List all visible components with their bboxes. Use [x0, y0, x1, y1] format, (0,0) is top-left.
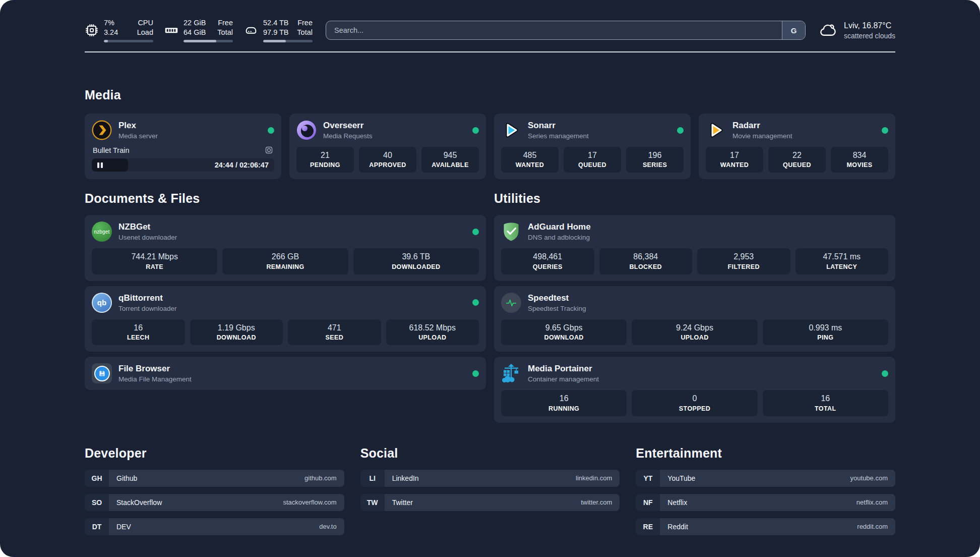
stat-tile: 618.52 MbpsUPLOAD: [386, 319, 479, 345]
bookmark-url: reddit.com: [857, 523, 888, 530]
cpu-stat: 7% 3.24 CPU Load: [85, 18, 153, 42]
cpu-labels: CPU Load: [137, 18, 153, 37]
storage-values: 52.4 TB 97.9 TB: [263, 18, 289, 37]
weather-widget: Lviv, 16.87°C scattered clouds: [819, 21, 895, 40]
app-title: Speedtest: [528, 293, 888, 303]
radarr-card[interactable]: Radarr Movie management 17WANTED 22QUEUE…: [699, 114, 895, 179]
status-dot: [677, 127, 684, 134]
radarr-icon: [706, 120, 726, 140]
status-dot: [472, 229, 479, 235]
storage-progress-bar: [263, 40, 313, 42]
bookmark-name: Github: [116, 474, 137, 482]
app-title: File Browser: [118, 364, 466, 374]
section-documents-files: Documents & Files nzbget NZBGet Usenet d…: [85, 191, 486, 390]
bookmark-name: StackOverflow: [116, 498, 162, 507]
stat-tile: 196SERIES: [626, 147, 684, 173]
search-engine-button[interactable]: G: [782, 21, 805, 39]
app-title: Radarr: [732, 121, 875, 131]
bookmark-youtube[interactable]: YT YouTubeyoutube.com: [636, 470, 895, 487]
stat-tile: 485WANTED: [501, 147, 559, 173]
section-title-entertainment: Entertainment: [636, 446, 895, 461]
stat-tile: 40APPROVED: [359, 147, 416, 173]
storage-stat: 52.4 TB 97.9 TB Free Total: [244, 18, 313, 42]
plex-icon: [92, 120, 112, 140]
bookmark-name: Netflix: [667, 498, 687, 507]
stat-tile: 47.571 msLATENCY: [795, 248, 889, 274]
stat-tile: 21PENDING: [296, 147, 354, 173]
ram-icon: [164, 23, 178, 37]
bookmark-url: dev.to: [319, 523, 336, 530]
overseerr-card[interactable]: Overseerr Media Requests 21PENDING 40APP…: [289, 114, 486, 179]
nzbget-icon: nzbget: [92, 221, 112, 242]
bookmark-abbr: YT: [636, 470, 660, 487]
bookmark-url: netflix.com: [856, 498, 888, 506]
app-subtitle: Speedtest Tracking: [528, 305, 888, 312]
stat-tile: 16TOTAL: [763, 390, 888, 416]
app-subtitle: DNS and adblocking: [528, 234, 888, 241]
app-title: qBittorrent: [118, 293, 466, 303]
bookmark-netflix[interactable]: NF Netflixnetflix.com: [636, 494, 895, 511]
bookmark-abbr: TW: [360, 494, 385, 511]
memory-labels: Free Total: [217, 18, 233, 37]
bookmark-twitter[interactable]: TW Twittertwitter.com: [360, 494, 620, 511]
pause-icon: [97, 162, 103, 168]
adguard-card[interactable]: AdGuard Home DNS and adblocking 498,461Q…: [494, 215, 895, 281]
status-dot: [268, 127, 274, 134]
overseerr-icon: [296, 120, 317, 140]
app-title: Overseerr: [323, 121, 466, 131]
filebrowser-card[interactable]: File Browser Media File Management: [85, 357, 486, 390]
bookmark-stackoverflow[interactable]: SO StackOverflowstackoverflow.com: [85, 494, 344, 511]
app-subtitle: Container management: [528, 375, 875, 383]
stat-tile: 9.65 GbpsDOWNLOAD: [501, 319, 627, 345]
plex-now-playing: Bullet Train 24:44 / 02:06:47: [92, 146, 274, 172]
camera-icon: [265, 146, 273, 154]
speedtest-icon: [501, 293, 521, 313]
status-dot: [882, 127, 888, 134]
stat-tile: 744.21 MbpsRATE: [92, 248, 217, 274]
section-title-utilities: Utilities: [494, 191, 895, 206]
sonarr-card[interactable]: Sonarr Series management 485WANTED 17QUE…: [494, 114, 691, 179]
dashboard: 7% 3.24 CPU Load: [0, 0, 980, 557]
stat-tile: 17QUEUED: [564, 147, 621, 173]
adguard-icon: [501, 221, 521, 242]
nzbget-card[interactable]: nzbget NZBGet Usenet downloader 744.21 M…: [85, 215, 486, 281]
bookmark-dev[interactable]: DT DEVdev.to: [85, 518, 344, 535]
portainer-card[interactable]: Media Portainer Container management 16R…: [494, 357, 895, 422]
bookmark-linkedin[interactable]: LI LinkedInlinkedin.com: [360, 470, 620, 487]
hard-drive-icon: [244, 23, 258, 37]
bookmark-reddit[interactable]: RE Redditreddit.com: [636, 518, 895, 535]
bookmark-github[interactable]: GH Githubgithub.com: [85, 470, 344, 487]
plex-card[interactable]: Plex Media server Bullet Train: [85, 114, 281, 179]
bookmark-abbr: LI: [360, 470, 385, 487]
stat-tile: 22QUEUED: [768, 147, 826, 173]
stat-tile: 834MOVIES: [831, 147, 888, 173]
weather-condition: scattered clouds: [844, 32, 895, 40]
stat-tile: 39.6 TBDOWNLOADED: [353, 248, 479, 274]
top-bar: 7% 3.24 CPU Load: [85, 0, 895, 44]
stat-tile: 17WANTED: [706, 147, 763, 173]
speedtest-card[interactable]: Speedtest Speedtest Tracking 9.65 GbpsDO…: [494, 286, 895, 352]
bookmark-url: linkedin.com: [576, 474, 612, 482]
stat-tile: 498,461QUERIES: [501, 248, 594, 274]
playback-progress-bar: 24:44 / 02:06:47: [92, 158, 274, 172]
app-title: NZBGet: [118, 222, 466, 232]
stat-tile: 0STOPPED: [632, 390, 757, 416]
stat-tile: 266 GBREMAINING: [222, 248, 348, 274]
stat-tile: 945AVAILABLE: [421, 147, 479, 173]
bookmark-abbr: NF: [636, 494, 660, 511]
bookmark-url: twitter.com: [581, 498, 612, 506]
search-input[interactable]: [326, 21, 782, 39]
bookmark-name: DEV: [116, 523, 131, 531]
bookmark-abbr: DT: [85, 518, 109, 535]
app-subtitle: Usenet downloader: [118, 234, 466, 241]
app-title: Sonarr: [528, 121, 670, 131]
bookmark-abbr: RE: [636, 518, 660, 535]
memory-progress-bar: [183, 40, 233, 42]
section-title-developer: Developer: [85, 446, 344, 461]
app-subtitle: Movie management: [732, 132, 875, 140]
section-social: Social LI LinkedInlinkedin.com TW Twitte…: [360, 446, 620, 542]
app-subtitle: Media server: [118, 132, 261, 140]
app-title: AdGuard Home: [528, 222, 888, 232]
memory-values: 22 GiB 64 GiB: [183, 18, 206, 37]
qbittorrent-card[interactable]: qb qBittorrent Torrent downloader 16LEEC…: [85, 286, 486, 352]
